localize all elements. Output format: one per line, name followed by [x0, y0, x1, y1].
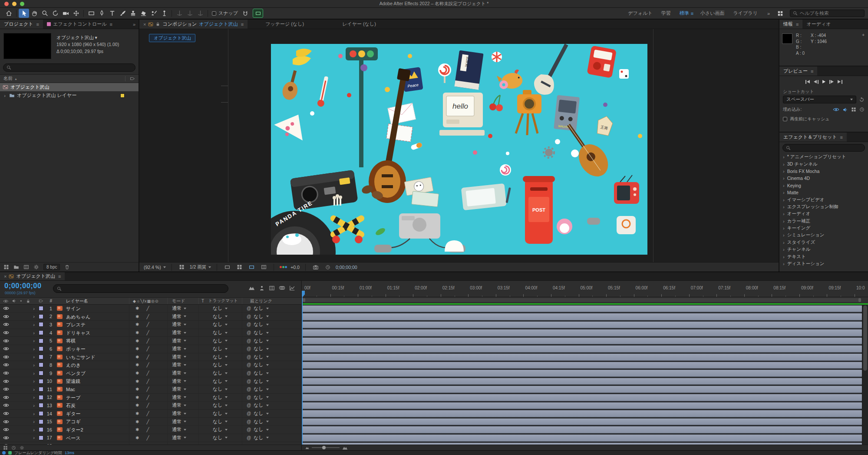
layer-visibility-eye-icon[interactable]	[3, 306, 9, 310]
tab-overflow-icon[interactable]: »	[133, 22, 139, 27]
layer-switches[interactable]: ✱╱	[129, 345, 168, 353]
selection-tool[interactable]	[19, 9, 29, 18]
layer-switches[interactable]: ✱╱	[129, 313, 168, 321]
layer-trackmatte-dropdown[interactable]: なし	[207, 313, 242, 321]
layer-visibility-eye-icon[interactable]	[3, 412, 9, 415]
mask-visibility-icon[interactable]	[247, 264, 256, 271]
timeline-track-row[interactable]	[302, 434, 862, 442]
layer-expand-arrow[interactable]: ›	[30, 362, 37, 368]
layer-visibility-eye-icon[interactable]	[3, 420, 9, 424]
workspace-tab[interactable]: デフォルト	[624, 10, 657, 17]
layer-name[interactable]: ギター	[64, 410, 129, 418]
layer-label-color[interactable]	[39, 362, 43, 367]
collapse-switch[interactable]: ✱	[135, 411, 139, 416]
collapse-switch[interactable]: ✱	[135, 314, 139, 319]
collapse-switch[interactable]: ✱	[135, 387, 139, 392]
quality-switch[interactable]: ╱	[146, 403, 149, 408]
pan-behind-tool[interactable]	[71, 9, 81, 18]
layer-label-color[interactable]	[39, 435, 43, 440]
layer-duration-bar[interactable]	[302, 386, 862, 393]
eraser-tool[interactable]	[138, 9, 149, 18]
draft-3d-icon[interactable]	[248, 285, 255, 291]
tab-layer[interactable]: レイヤー (なし)	[338, 20, 380, 29]
effects-category-item[interactable]: ›テキスト	[779, 253, 868, 260]
preview-time-icon[interactable]	[323, 264, 332, 271]
collapse-switch[interactable]: ✱	[135, 395, 139, 400]
layer-label-color[interactable]	[39, 395, 43, 400]
shy-layers-icon[interactable]	[259, 285, 265, 291]
effects-category-item[interactable]: ›スタイライズ	[779, 239, 868, 246]
hand-tool[interactable]	[29, 9, 40, 18]
layer-switches[interactable]: ✱╱	[129, 402, 168, 409]
effects-category-item[interactable]: ›イマーシブビデオ	[779, 196, 868, 203]
trackmatte-column-header[interactable]: トラックマット	[207, 298, 242, 304]
expand-transfer-controls-icon[interactable]	[11, 445, 16, 450]
layer-blend-mode-dropdown[interactable]: 通常	[168, 402, 199, 409]
type-tool[interactable]	[107, 9, 117, 18]
layer-switches[interactable]: ✱╱	[129, 337, 168, 345]
include-video-icon[interactable]	[833, 107, 839, 112]
layer-parent-dropdown[interactable]: @なし	[242, 329, 301, 336]
quality-switch[interactable]: ╱	[146, 339, 149, 343]
layer-blend-mode-dropdown[interactable]: 通常	[168, 369, 199, 377]
layer-name[interactable]: ベース	[64, 434, 129, 442]
layer-name[interactable]: アコギ	[64, 418, 129, 425]
layer-parent-dropdown[interactable]: @なし	[242, 418, 301, 425]
layer-name-column-header[interactable]: レイヤー名	[64, 298, 129, 304]
pickwhip-icon[interactable]: @	[247, 427, 251, 432]
layer-blend-mode-dropdown[interactable]: 通常	[168, 329, 199, 337]
effects-category-item[interactable]: ›シミュレーション	[779, 232, 868, 239]
effects-search-input[interactable]	[782, 144, 865, 152]
layer-name[interactable]: えのき	[64, 361, 129, 369]
effects-category-item[interactable]: ›Boris FX Mocha	[779, 168, 868, 175]
work-area-end-handle[interactable]	[858, 298, 861, 302]
mode-column-header[interactable]: モード	[168, 298, 199, 304]
layer-visibility-eye-icon[interactable]	[3, 403, 9, 407]
layer-row[interactable]: ›9ペンタブ✱╱通常なし@なし	[0, 369, 301, 378]
time-ruler[interactable]: 00f00:15f01:00f01:15f02:00f02:15f03:00f0…	[302, 281, 868, 297]
layer-expand-arrow[interactable]: ›	[30, 322, 37, 327]
layer-row[interactable]: ›8えのき✱╱通常なし@なし	[0, 361, 301, 369]
panel-menu-icon[interactable]: ≡	[241, 22, 244, 27]
layer-visibility-eye-icon[interactable]	[3, 387, 9, 391]
layer-visibility-eye-icon[interactable]	[3, 371, 9, 375]
layer-label-column[interactable]	[37, 306, 44, 311]
layer-label-column[interactable]	[37, 362, 44, 367]
layer-name[interactable]: テープ	[64, 394, 129, 402]
zoom-tool[interactable]	[40, 9, 50, 18]
layer-name[interactable]: ドリキャス	[64, 329, 129, 337]
pickwhip-icon[interactable]: @	[247, 346, 251, 351]
workspace-tab[interactable]: 小さい画面	[696, 10, 729, 17]
timeline-track-row[interactable]	[302, 394, 862, 402]
layer-expand-arrow[interactable]: ›	[30, 338, 37, 343]
layer-label-color[interactable]	[39, 322, 43, 327]
collapse-switch[interactable]: ✱	[135, 435, 139, 440]
workspace-tab[interactable]: ライブラリ	[729, 10, 762, 17]
snap-active-icon[interactable]	[253, 9, 263, 18]
workspace-menu-icon[interactable]: ≡	[691, 11, 693, 16]
layer-trackmatte-dropdown[interactable]: なし	[207, 337, 242, 345]
timeline-track-row[interactable]	[302, 402, 862, 410]
brush-tool[interactable]	[117, 9, 128, 18]
layer-switches[interactable]: ✱╱	[129, 385, 168, 393]
layer-label-column[interactable]	[37, 387, 44, 392]
layer-name[interactable]: あめちゃん	[64, 313, 129, 321]
layer-blend-mode-dropdown[interactable]: 通常	[168, 434, 199, 442]
layer-visibility-eye-icon[interactable]	[3, 363, 9, 367]
viewer-timecode[interactable]: 0;00;00;00	[336, 265, 357, 270]
layer-blend-mode-dropdown[interactable]: 通常	[168, 321, 199, 329]
project-item-folder[interactable]: › オブジェクト沢山 レイヤー	[0, 91, 139, 100]
layer-switches[interactable]: ✱╱	[129, 361, 168, 369]
work-area-range[interactable]	[303, 298, 861, 302]
t-column-header[interactable]: T	[199, 299, 207, 303]
camera-tool[interactable]	[60, 9, 71, 18]
collapse-switch[interactable]: ✱	[135, 379, 139, 384]
switches-column-header[interactable]: ◆☼╲fx▦◎⊙	[129, 298, 168, 304]
layer-name[interactable]: ポッキー	[64, 345, 129, 353]
help-search-input[interactable]: ヘルプを検索	[790, 10, 865, 17]
timeline-track-row[interactable]	[302, 345, 862, 353]
layer-row[interactable]: ›11Mac✱╱通常なし@なし	[0, 385, 301, 394]
timeline-track-row[interactable]	[302, 361, 862, 369]
layer-name[interactable]: ペンタブ	[64, 369, 129, 377]
roto-brush-tool[interactable]	[149, 9, 159, 18]
